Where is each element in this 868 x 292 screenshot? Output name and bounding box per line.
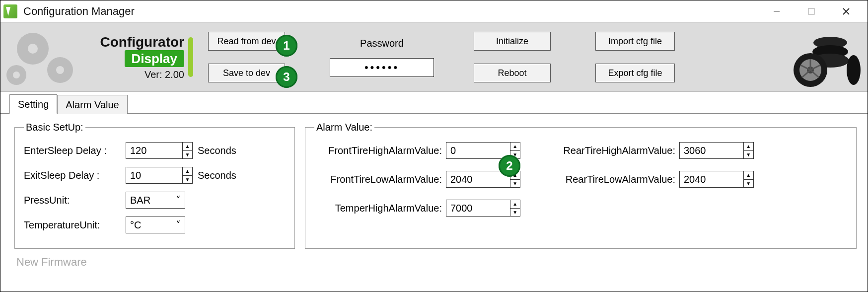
spin-down-icon[interactable]: ▼ (510, 209, 520, 217)
temper-high-input[interactable] (446, 200, 510, 216)
tab-strip: Setting Alarm Value (0, 92, 868, 114)
titlebar: Configuration Manager (0, 0, 868, 22)
minimize-button[interactable] (759, 0, 794, 22)
spin-down-icon[interactable]: ▼ (744, 180, 753, 188)
window-controls (759, 0, 864, 22)
rear-high-label: RearTireHighAlarmValue: (550, 145, 679, 156)
svg-point-13 (847, 55, 861, 85)
alarm-value-legend: Alarm Value: (314, 122, 374, 133)
front-high-input[interactable] (446, 143, 510, 158)
enter-sleep-label: EnterSleep Delay : (24, 145, 126, 156)
window-title: Configuration Manager (23, 5, 135, 18)
spin-down-icon[interactable]: ▼ (183, 176, 192, 184)
spin-down-icon[interactable]: ▼ (510, 180, 520, 188)
rear-low-input[interactable] (680, 171, 743, 187)
svg-rect-1 (808, 8, 814, 14)
callout-1: 1 (276, 35, 297, 57)
reboot-button[interactable]: Reboot (474, 64, 551, 82)
import-cfg-button[interactable]: Import cfg file (595, 32, 675, 51)
export-cfg-button[interactable]: Export cfg file (595, 64, 675, 82)
rear-low-stepper[interactable]: ▲▼ (679, 171, 754, 188)
basic-setup-legend: Basic SetUp: (24, 122, 85, 133)
close-button[interactable] (829, 0, 864, 22)
temp-unit-value: °C (130, 219, 141, 231)
press-unit-label: PressUnit: (24, 195, 126, 206)
temp-unit-label: TemperatureUnit: (24, 219, 126, 231)
read-from-dev-button[interactable]: Read from dev (208, 32, 285, 51)
spin-up-icon[interactable]: ▲ (183, 143, 192, 151)
tab-alarm-value[interactable]: Alarm Value (57, 95, 127, 114)
spin-up-icon[interactable]: ▲ (183, 167, 192, 176)
rear-high-input[interactable] (680, 143, 743, 158)
toolbar: Configurator Display Ver: 2.00 Read from… (0, 22, 868, 92)
brand-title: Configurator (10, 34, 184, 50)
alarm-value-group: Alarm Value: FrontTireHighAlarmValue: ▲▼… (305, 122, 857, 249)
spin-down-icon[interactable]: ▼ (183, 151, 192, 159)
spin-up-icon[interactable]: ▲ (510, 200, 520, 209)
chevron-down-icon: ˅ (172, 219, 185, 231)
callout-3: 3 (276, 66, 297, 88)
rear-high-stepper[interactable]: ▲▼ (679, 142, 754, 159)
spin-up-icon[interactable]: ▲ (510, 143, 520, 151)
brand-subtitle: Display (125, 50, 185, 67)
enter-sleep-stepper[interactable]: ▲▼ (126, 142, 193, 159)
password-label: Password (360, 38, 404, 49)
exit-sleep-stepper[interactable]: ▲▼ (126, 167, 193, 184)
maximize-button[interactable] (794, 0, 829, 22)
front-low-label: FrontTireLowAlarmValue: (314, 174, 446, 185)
basic-setup-group: Basic SetUp: EnterSleep Delay : ▲▼ Secon… (14, 122, 295, 249)
tab-setting[interactable]: Setting (9, 94, 57, 114)
spin-up-icon[interactable]: ▲ (744, 143, 753, 151)
content-panel: Basic SetUp: EnterSleep Delay : ▲▼ Secon… (0, 114, 868, 249)
press-unit-combo[interactable]: BAR ˅ (126, 192, 185, 209)
temper-high-label: TemperHighAlarmValue: (314, 203, 446, 214)
spin-down-icon[interactable]: ▼ (744, 151, 753, 159)
spin-up-icon[interactable]: ▲ (744, 171, 753, 180)
brand-accent-bar (188, 37, 193, 77)
front-low-input[interactable] (446, 171, 510, 187)
brand-block: Configurator Display Ver: 2.00 (10, 34, 184, 80)
save-to-dev-button[interactable]: Save to dev (208, 64, 285, 82)
password-input[interactable] (330, 58, 434, 77)
temp-unit-combo[interactable]: °C ˅ (126, 217, 185, 233)
chevron-down-icon: ˅ (172, 194, 185, 206)
temper-high-stepper[interactable]: ▲▼ (446, 200, 520, 217)
enter-sleep-input[interactable] (126, 143, 182, 158)
initialize-button[interactable]: Initialize (474, 32, 551, 51)
brand-version: Ver: 2.00 (10, 69, 184, 80)
rear-low-label: RearTireLowAlarmValue: (550, 174, 679, 185)
callout-2: 2 (499, 155, 520, 177)
tires-icon (783, 28, 863, 87)
seconds-label: Seconds (193, 145, 237, 156)
app-icon (3, 4, 17, 18)
new-firmware-label: New Firmware (0, 249, 868, 269)
exit-sleep-input[interactable] (126, 167, 182, 183)
front-high-label: FrontTireHighAlarmValue: (314, 145, 446, 156)
exit-sleep-label: ExitSleep Delay : (24, 170, 126, 181)
press-unit-value: BAR (130, 195, 150, 206)
seconds-label-2: Seconds (193, 170, 237, 181)
